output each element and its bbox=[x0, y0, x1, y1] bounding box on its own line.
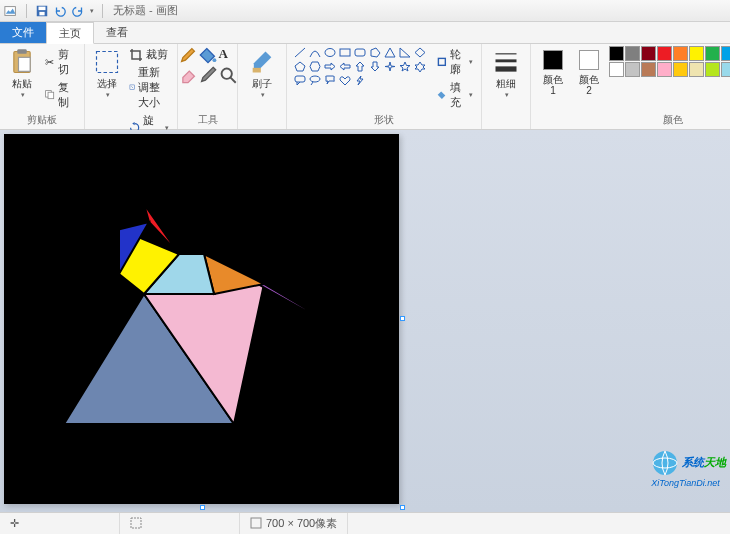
color-swatch[interactable] bbox=[657, 62, 672, 77]
canvas-dimensions: 700 × 700像素 bbox=[266, 516, 337, 531]
brush-button[interactable]: 刷子 ▾ bbox=[244, 46, 280, 101]
title-bar: ▾ 无标题 - 画图 bbox=[0, 0, 730, 22]
zoom-tool-icon[interactable] bbox=[219, 66, 237, 86]
tab-home[interactable]: 主页 bbox=[46, 22, 94, 44]
shape-polygon-icon[interactable] bbox=[368, 46, 382, 59]
resize-handle-se[interactable] bbox=[400, 505, 405, 510]
color-swatch[interactable] bbox=[705, 62, 720, 77]
crop-icon bbox=[129, 48, 143, 62]
shape-star6-icon[interactable] bbox=[413, 60, 427, 73]
shape-pentagon-icon[interactable] bbox=[293, 60, 307, 73]
ribbon: 粘贴 ▾ ✂剪切 复制 剪贴板 选择 ▾ 裁剪 重新调整大小 旋转▾ 图像 bbox=[0, 44, 730, 130]
color-swatch[interactable] bbox=[625, 46, 640, 61]
shape-roundrect-icon[interactable] bbox=[353, 46, 367, 59]
picker-tool-icon[interactable] bbox=[199, 66, 217, 86]
svg-rect-2 bbox=[39, 6, 46, 10]
work-area[interactable]: 系统天地 XiTongTianDi.net bbox=[0, 130, 730, 512]
resize-handle-s[interactable] bbox=[200, 505, 205, 510]
resize-handle-e[interactable] bbox=[400, 316, 405, 321]
group-clipboard: 粘贴 ▾ ✂剪切 复制 剪贴板 bbox=[0, 44, 85, 129]
color-swatch[interactable] bbox=[609, 46, 624, 61]
color1-button[interactable]: 颜色 1 bbox=[537, 46, 569, 98]
svg-rect-6 bbox=[19, 57, 31, 71]
svg-point-39 bbox=[653, 451, 677, 475]
paste-button[interactable]: 粘贴 ▾ bbox=[6, 46, 38, 101]
color-palette bbox=[609, 46, 730, 77]
eraser-tool-icon[interactable] bbox=[179, 66, 197, 86]
group-shapes: 轮廓▾ 填充▾ 形状 bbox=[287, 44, 482, 129]
svg-rect-9 bbox=[97, 52, 118, 73]
fill-tool-icon[interactable] bbox=[199, 46, 217, 66]
svg-point-18 bbox=[310, 76, 320, 82]
shape-oval-icon[interactable] bbox=[323, 46, 337, 59]
size-icon bbox=[492, 48, 520, 76]
color-swatch[interactable] bbox=[641, 46, 656, 61]
svg-rect-15 bbox=[340, 49, 350, 56]
shape-callout3-icon[interactable] bbox=[323, 74, 337, 87]
watermark: 系统天地 XiTongTianDi.net bbox=[651, 449, 726, 488]
canvas-container bbox=[4, 134, 399, 504]
color2-button[interactable]: 颜色 2 bbox=[573, 46, 605, 98]
crop-button[interactable]: 裁剪 bbox=[127, 46, 171, 63]
color2-swatch bbox=[579, 50, 599, 70]
shape-arrowr-icon[interactable] bbox=[323, 60, 337, 73]
fill-button[interactable]: 填充▾ bbox=[435, 79, 475, 111]
copy-button[interactable]: 复制 bbox=[42, 79, 78, 111]
color-swatch[interactable] bbox=[689, 62, 704, 77]
shape-diamond-icon[interactable] bbox=[413, 46, 427, 59]
app-icon bbox=[4, 4, 18, 18]
shape-hexagon-icon[interactable] bbox=[308, 60, 322, 73]
group-size: 粗细 ▾ . bbox=[482, 44, 531, 129]
shape-line-icon[interactable] bbox=[293, 46, 307, 59]
outline-button[interactable]: 轮廓▾ bbox=[435, 46, 475, 78]
color-swatch[interactable] bbox=[721, 62, 730, 77]
shape-star4-icon[interactable] bbox=[383, 60, 397, 73]
color-swatch[interactable] bbox=[673, 46, 688, 61]
svg-rect-19 bbox=[438, 59, 445, 66]
color-swatch[interactable] bbox=[689, 46, 704, 61]
tab-view[interactable]: 查看 bbox=[94, 22, 140, 43]
group-brushes: 刷子 ▾ . bbox=[238, 44, 287, 129]
qat-dropdown-icon[interactable]: ▾ bbox=[90, 7, 94, 15]
shape-triangle-icon[interactable] bbox=[383, 46, 397, 59]
color-swatch[interactable] bbox=[673, 62, 688, 77]
color-swatch[interactable] bbox=[625, 62, 640, 77]
outline-icon bbox=[437, 55, 447, 69]
shape-heart-icon[interactable] bbox=[338, 74, 352, 87]
svg-rect-16 bbox=[355, 49, 365, 56]
select-icon bbox=[93, 48, 121, 76]
redo-icon[interactable] bbox=[71, 4, 85, 18]
color-swatch[interactable] bbox=[641, 62, 656, 77]
color-swatch[interactable] bbox=[657, 46, 672, 61]
resize-button[interactable]: 重新调整大小 bbox=[127, 64, 171, 111]
pencil-tool-icon[interactable] bbox=[179, 46, 197, 66]
save-icon[interactable] bbox=[35, 4, 49, 18]
text-tool-icon[interactable]: A bbox=[219, 46, 237, 62]
shape-callout2-icon[interactable] bbox=[308, 74, 322, 87]
size-button[interactable]: 粗细 ▾ bbox=[488, 46, 524, 101]
shapes-gallery[interactable] bbox=[293, 46, 427, 87]
canvas-size-icon bbox=[250, 517, 262, 531]
fill-icon bbox=[437, 88, 447, 102]
shape-callout1-icon[interactable] bbox=[293, 74, 307, 87]
shape-arrowu-icon[interactable] bbox=[353, 60, 367, 73]
shape-star5-icon[interactable] bbox=[398, 60, 412, 73]
canvas[interactable] bbox=[4, 134, 399, 504]
color-swatch[interactable] bbox=[721, 46, 730, 61]
shape-arrowl-icon[interactable] bbox=[338, 60, 352, 73]
shape-rtriangle-icon[interactable] bbox=[398, 46, 412, 59]
select-button[interactable]: 选择 ▾ bbox=[91, 46, 123, 101]
undo-icon[interactable] bbox=[53, 4, 67, 18]
cut-button[interactable]: ✂剪切 bbox=[42, 46, 78, 78]
ribbon-tabs: 文件 主页 查看 bbox=[0, 22, 730, 44]
shape-rect-icon[interactable] bbox=[338, 46, 352, 59]
shape-arrowd-icon[interactable] bbox=[368, 60, 382, 73]
color1-swatch bbox=[543, 50, 563, 70]
shape-lightning-icon[interactable] bbox=[353, 74, 367, 87]
tab-file[interactable]: 文件 bbox=[0, 22, 46, 43]
color-swatch[interactable] bbox=[705, 46, 720, 61]
window-title: 无标题 - 画图 bbox=[113, 3, 178, 18]
svg-rect-17 bbox=[295, 76, 305, 82]
shape-curve-icon[interactable] bbox=[308, 46, 322, 59]
color-swatch[interactable] bbox=[609, 62, 624, 77]
